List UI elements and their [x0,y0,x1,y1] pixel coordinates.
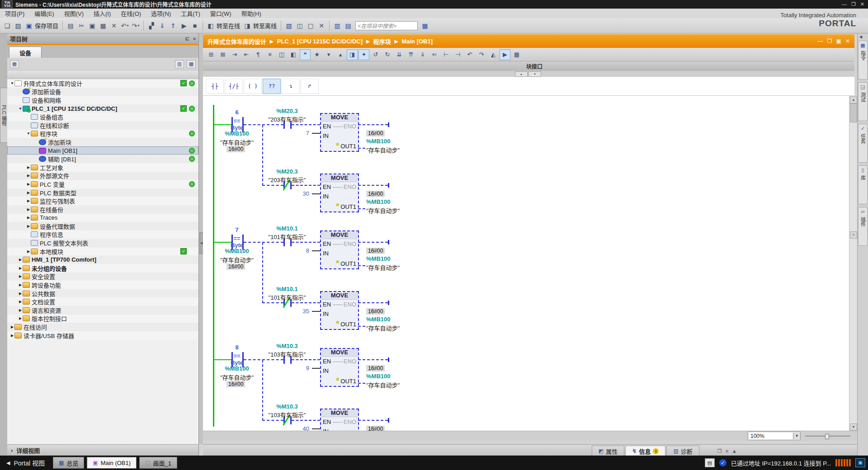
undo-button[interactable]: ↶▾ [120,21,130,31]
editor-minimize-icon[interactable]: — [818,38,823,44]
open-project-icon[interactable]: ▨ [13,21,23,31]
redo-button[interactable]: ↷▾ [131,21,141,31]
tree-item-11[interactable]: ▶工艺对象 [7,163,198,172]
tree-item-19[interactable]: 程序信息 [7,230,198,239]
breadcrumb-segment-2[interactable]: PLC_1 [CPU 1215C DC/DC/DC] [277,38,363,45]
zoom-slider[interactable] [805,434,850,438]
delete-icon[interactable]: ✕ [109,21,119,31]
show-absolute-operands-icon[interactable]: ▾ [323,49,334,60]
breadcrumb-segment-1[interactable]: 升降式立体车库的设计 [208,37,266,46]
tree-filter-icon[interactable]: ▦ [10,60,19,68]
editor-close-icon[interactable]: ✕ [845,38,850,44]
go-online-button[interactable]: ◧ [206,21,216,31]
go-offline-button[interactable]: ◨ [242,21,252,31]
accessible-devices-icon[interactable]: ▧ [284,21,294,31]
menu-item-2[interactable]: 编辑(E) [29,9,59,18]
no-contact-fav-icon[interactable]: ┤├ [206,79,224,94]
stop-cpu-icon[interactable]: ■ [190,21,200,31]
menu-item-7[interactable]: 工具(T) [176,9,205,18]
scroll-down-icon[interactable]: ▼ [850,423,857,431]
taskbar-button--1[interactable]: ▢画面_1 [139,457,177,469]
update-block-call-icon[interactable]: ⇓ [417,49,428,60]
start-cpu-icon[interactable]: ▶ [179,21,189,31]
open-branch-icon[interactable]: ↺ [370,49,381,60]
zoom-select[interactable]: 100% ▼ [748,432,801,440]
tree-item-4[interactable]: ▼PLC_1 [CPU 1215C DC/DC/DC]✓ [7,104,198,113]
tree-item-5[interactable]: 设备组态 [7,113,198,121]
tab-libraries[interactable]: ▯库 [858,165,868,204]
tab-testing[interactable]: ◲测试 [858,82,868,121]
portal-view-button[interactable]: ◀ Portal 视图 [0,458,53,467]
tree-item-30[interactable]: ▶在线访问 [7,323,198,331]
tab-instructions[interactable]: ▦指令 [858,41,868,80]
tree-item-23[interactable]: ▶未分组的设备 [7,264,198,273]
pin-icon[interactable]: ⊏ [185,36,189,42]
nc-contact-fav-icon[interactable]: ┤/├ [225,79,243,94]
tree-item-14[interactable]: ▶PLC 数据类型 [7,188,198,197]
expand-all-networks-icon[interactable]: ◫ [276,49,287,60]
copy-icon[interactable]: ▣ [87,21,97,31]
tree-item-13[interactable]: ▶PLC 变量 [7,180,198,188]
block-interface-bar[interactable]: 块接口 [203,61,854,71]
inspector-menu-icon[interactable]: ≡ [726,448,728,454]
print-icon[interactable]: ▤ [66,21,75,31]
tree-item-17[interactable]: ▶Traces [7,214,198,222]
monitoring-on-off-icon[interactable]: ▶ [500,49,510,60]
open-branch-fav-icon[interactable]: ↴ [282,79,300,94]
taskbar-button-main-ob1-[interactable]: ▣Main (OB1) [87,457,137,469]
download-to-device-icon[interactable]: ⇓ [157,21,167,31]
tab-tasks[interactable]: ✓任务 [858,124,868,163]
undo-network-icon[interactable]: ↶ [464,49,475,60]
tree-item-25[interactable]: ▶跨设备功能 [7,281,198,289]
insert-network-icon[interactable]: ⊞ [206,49,217,60]
menu-item-4[interactable]: 插入(I) [89,9,116,18]
network-comments-icon[interactable]: ❝ [300,49,311,60]
tab-properties[interactable]: ◩属性 [592,446,624,456]
cut-icon[interactable]: ✂ [76,21,86,31]
maximize-icon[interactable]: ❐ [851,1,856,7]
scroll-split-handle[interactable]: ≡ [850,231,857,239]
tab-info[interactable]: ↯信息i [625,446,665,456]
upload-from-device-icon[interactable]: ⇑ [168,21,178,31]
consistency-check-icon[interactable]: ⊢ [441,49,452,60]
inspector-float-icon[interactable]: ❐ [717,448,722,454]
coil-fav-icon[interactable]: ( ) [244,79,262,94]
unwind-call-icon[interactable]: ⇐ [429,49,440,60]
tab-addins[interactable]: ▱插件 [858,207,868,246]
tree-item-1[interactable]: ▼升降式立体车库的设计✓ [7,79,198,88]
insert-row-icon[interactable]: ⇊ [394,49,405,60]
tab-devices[interactable]: 设备 [9,47,42,58]
tree-item-18[interactable]: ▶设备代理数据 [7,222,198,230]
tree-item-3[interactable]: 设备和网络 [7,96,198,104]
tree-item-7[interactable]: ▼程序块 [7,130,198,138]
tree-item-24[interactable]: ▶安全设置 [7,273,198,281]
tree-item-12[interactable]: ▶外部源文件 [7,172,198,180]
close-icon[interactable]: ✕ [860,1,864,7]
tree-item-27[interactable]: ▶文档设置 [7,297,198,306]
breadcrumb-segment-4[interactable]: Main [OB1] [401,38,433,45]
lad-canvas[interactable]: 6==Byte%MB100"存车自动步"16#00%M20.3"203有车指示"… [203,96,849,431]
new-project-icon[interactable]: ❏ [2,21,12,31]
tree-item-10[interactable]: 辅助 [DB1] [7,155,198,163]
taskbar-button--[interactable]: ▦总览 [53,457,84,469]
right-panel-collapse-icon[interactable]: ◀ [859,35,862,39]
tree-item-31[interactable]: ▶读卡器/USB 存储器 [7,331,198,340]
zoom-dropdown-icon[interactable]: ▼ [793,432,800,439]
edit-favorites-icon[interactable]: ✦ [359,49,369,60]
minimize-icon[interactable]: — [842,1,847,7]
symbol-information-icon[interactable]: ◨ [347,49,358,60]
breadcrumb-segment-3[interactable]: 程序块 [373,37,391,46]
menu-item-9[interactable]: 帮助(H) [236,9,266,18]
tree-item-15[interactable]: ▶监控与强制表 [7,197,198,205]
tree-item-29[interactable]: ▶版本控制接口 [7,315,198,323]
interface-collapse-icon[interactable]: ▼ [528,71,541,77]
library-view-icon[interactable]: ▦ [420,21,430,31]
scroll-thumb[interactable] [850,103,857,122]
delete-row-icon[interactable]: ⇈ [406,49,416,60]
interface-expand-icon[interactable]: ▲ [515,71,528,77]
menu-item-8[interactable]: 窗口(W) [205,9,236,18]
tree-item-21[interactable]: ▶本地模块✓ [7,247,198,256]
menu-item-3[interactable]: 视图(V) [59,9,89,18]
inspector-expand-icon[interactable]: ▲ [732,448,737,454]
scroll-up-icon[interactable]: ▲ [850,96,857,103]
